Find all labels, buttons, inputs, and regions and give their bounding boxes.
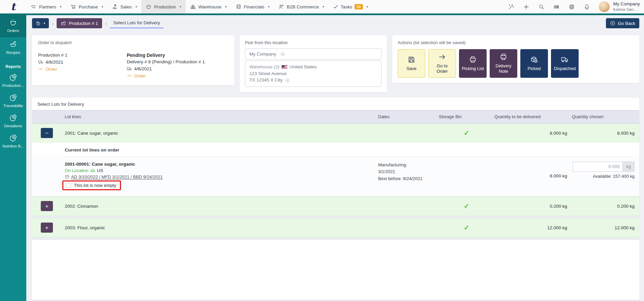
dates-line: 3/1/2021 [378,168,439,175]
menu-tasks[interactable]: Tasks 10 ▾ [329,0,372,13]
delivery-order-link[interactable]: Order [134,73,146,78]
lot-name: 2001: Cane sugar, organic [57,131,378,136]
qty-to-deliver: 0.200 kg [494,204,572,209]
go-to-order-button[interactable]: Go to Order [428,49,456,78]
lot-empty-label: This lot is now empty [74,183,116,188]
magic-wand-icon[interactable] [508,4,514,10]
lot-line-detail-row: 2001-00001: Cane sugar, organic On Locat… [32,157,639,196]
chevron-down-icon: ▾ [225,5,227,8]
chevron-down-icon: ▾ [367,5,368,8]
menu-purchase[interactable]: Purchase ▾ [66,0,108,13]
chevron-down-icon: ▾ [102,5,103,8]
menu-production[interactable]: Production ▾ [141,0,185,13]
save-button[interactable]: Save [398,49,425,78]
history-icon [36,21,41,26]
sidebar-label: Deviations [4,124,22,128]
row-separator [32,237,639,240]
source-order-name: Production # 1 [38,53,127,58]
collapse-row-button[interactable]: − [41,128,53,138]
menu-partners[interactable]: Partners ▾ [26,0,66,13]
order-link-icon [127,73,132,78]
help-lifebuoy-icon[interactable] [569,4,575,10]
allocated-check-icon: ✓ [439,224,494,232]
us-flag-icon [281,65,287,69]
sidebar-item-recipes[interactable]: Recipes [0,37,26,59]
col-header-dates: Dates [378,114,439,119]
col-header-qty-chosen: Quantity chosen [572,114,639,119]
lot-date-codes: AD 3/10/2022 / MFD 3/1/2021 / BBD 9/24/2… [71,174,163,179]
dispatched-button[interactable]: Dispatched [551,49,579,78]
menu-warehouse[interactable]: Warehouse ▾ [186,0,231,13]
company-filter-input[interactable]: My Company [245,48,381,60]
breadcrumb-current-page: Select Lots for Delivery [110,18,163,28]
bell-icon[interactable] [584,4,590,10]
chevron-down-icon: ▾ [180,5,181,8]
expand-row-button[interactable]: + [41,201,53,211]
menu-label: Financials [244,4,265,9]
source-order-link[interactable]: Order [45,67,57,72]
account-menu[interactable]: My Company Katrine Søn ... [599,1,640,12]
chevron-down-icon: ▾ [323,5,324,8]
quantity-input[interactable] [573,162,622,172]
breadcrumb-production-label: Production # 1 [69,21,98,26]
available-quantity: Available: 157.400 kg [593,174,635,179]
go-back-button[interactable]: Go Back [606,18,639,28]
plus-icon[interactable] [523,4,529,10]
cart-icon [70,4,76,10]
picked-button[interactable]: Picked [520,49,548,78]
menu-financials[interactable]: Financials ▾ [231,0,274,13]
remove-location-icon[interactable] [285,78,290,83]
lot-empty-checkbox[interactable] [66,183,71,188]
sidebar-label: Nutrition B... [2,144,24,148]
logo-letter: t [11,2,16,12]
warehouse-city: TX 12345 X City [249,77,282,82]
sidebar-item-nutrition[interactable]: Nutrition B... [0,131,26,151]
remove-chip-icon[interactable] [280,52,285,57]
sidebar-label: Production... [2,83,24,88]
pick-location-panel: Pick from this location My Company Wareh… [240,35,387,92]
navbar-right-tools: My Company Katrine Søn ... [508,0,644,13]
lot-empty-annotation: This lot is now empty [62,180,121,190]
top-navbar: t Partners ▾ Purchase ▾ Sales ▾ Producti… [0,0,644,13]
coin-hand-icon [112,4,118,10]
menu-sales[interactable]: Sales ▾ [108,0,141,13]
col-header-lot-lines: Lot lines [57,114,378,119]
selected-location-box[interactable]: Warehouse (2) United States 123 Street A… [245,61,381,87]
app-logo[interactable]: t [0,0,26,13]
panel-title: Actions (lot selection will be saved) [398,40,634,45]
menu-label: Purchase [79,4,98,9]
arrow-right-icon [438,53,447,61]
panel-title: Order to dispatch [38,40,228,45]
delivery-note-button[interactable]: Delivery Note [490,49,517,78]
search-icon[interactable] [538,4,545,10]
truck-icon [38,59,43,65]
action-label: Save [406,66,417,71]
delivery-status: Pending Delivery [127,53,205,58]
history-button[interactable]: ▾ [32,18,49,28]
order-to-dispatch-panel: Order to dispatch Production # 1 4/6/202… [32,35,234,85]
main-menu: Partners ▾ Purchase ▾ Sales ▾ Production… [26,0,372,13]
delivery-name: Delivery # 8 (Pending) / Production # 1 [127,59,205,64]
menu-label: Production [154,4,176,9]
sidebar-label: Orders [7,29,19,33]
expand-row-button[interactable]: + [41,223,53,233]
manufacturing-dates: Manufacturing: 3/1/2021 Best before: 9/2… [378,162,439,182]
sidebar-item-production-report[interactable]: Production... [0,70,26,91]
left-sidebar: Orders Recipes Reports Production... Tra… [0,15,26,301]
source-order-date: 4/6/2021 [45,60,63,65]
warehouse-name: Warehouse (2) [249,64,279,70]
arrow-left-circle-icon [610,21,615,26]
dates-line: Best before: 9/24/2021 [378,175,439,182]
lot-row-2001: − 2001: Cane sugar, organic ✓ 8.000 kg 8… [32,124,639,143]
unit-addon: kg [622,162,635,172]
menu-label: Sales [120,4,132,9]
printer-icon [499,53,508,61]
sidebar-item-deviations[interactable]: Deviations [0,111,26,131]
picking-list-button[interactable]: Picking List [459,49,487,78]
barcode-icon[interactable] [553,4,560,10]
sidebar-item-orders[interactable]: Orders [0,15,26,37]
menu-b2b-commerce[interactable]: B2B Commerce ▾ [274,0,329,13]
chevron-down-icon: ▾ [43,22,45,25]
sidebar-item-traceability[interactable]: Traceability [0,91,26,111]
breadcrumb-production-button[interactable]: Production # 1 [57,18,102,28]
